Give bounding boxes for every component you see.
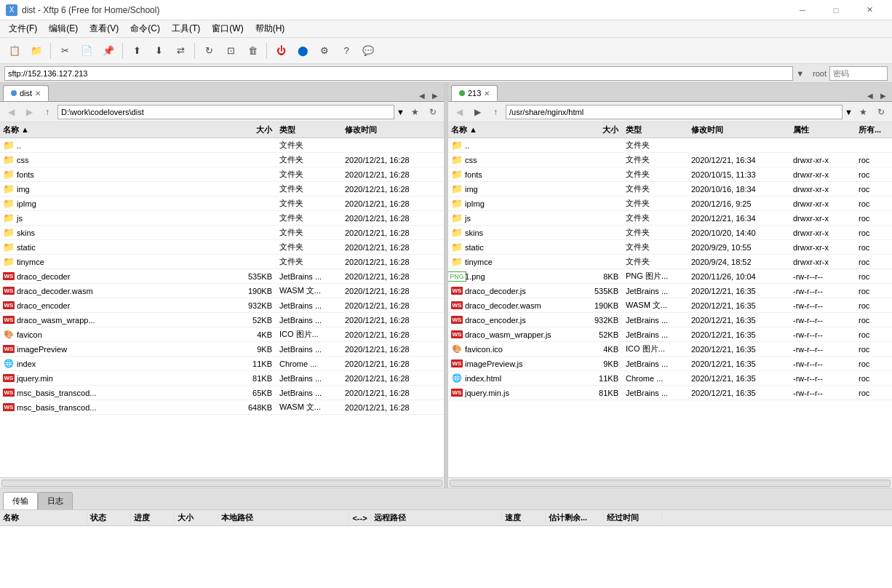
left-file-row[interactable]: WS draco_decoder 535KB JetBrains ... 202…	[0, 269, 444, 284]
left-file-row[interactable]: 📁 .. 文件夹	[0, 138, 444, 153]
left-col-size[interactable]: 大小	[226, 124, 276, 135]
help-button[interactable]: ?	[336, 41, 357, 61]
close-button[interactable]: ✕	[853, 0, 886, 20]
left-col-name[interactable]: 名称 ▲	[0, 124, 226, 135]
left-address-input[interactable]	[57, 105, 394, 119]
right-col-name[interactable]: 名称 ▲	[448, 124, 572, 135]
right-file-row[interactable]: WS imagePreview.js 9KB JetBrains ... 202…	[448, 357, 892, 371]
menu-command[interactable]: 命令(C)	[124, 21, 166, 36]
log-tab[interactable]: 日志	[38, 492, 73, 509]
right-file-row[interactable]: 📁 img 文件夹 2020/10/16, 18:34 drwxr-xr-x r…	[448, 182, 892, 196]
menu-tools[interactable]: 工具(T)	[166, 21, 206, 36]
transfer-tab[interactable]: 传输	[3, 492, 38, 509]
right-col-attr[interactable]: 属性	[790, 124, 856, 135]
left-file-row[interactable]: 🌐 index 11KB Chrome ... 2020/12/21, 16:2…	[0, 357, 444, 371]
right-file-row[interactable]: PNG 1.png 8KB PNG 图片... 2020/11/26, 10:0…	[448, 269, 892, 284]
right-bookmark-button[interactable]: ★	[855, 104, 871, 120]
left-tab-next[interactable]: ▶	[429, 90, 441, 101]
right-col-size[interactable]: 大小	[572, 124, 623, 135]
right-file-row[interactable]: WS draco_encoder.js 932KB JetBrains ... …	[448, 313, 892, 327]
right-file-row[interactable]: 📁 ipImg 文件夹 2020/12/16, 9:25 drwxr-xr-x …	[448, 196, 892, 211]
left-refresh-button[interactable]: ↻	[425, 104, 441, 120]
menu-window[interactable]: 窗口(W)	[206, 21, 249, 36]
stop-button[interactable]: ⊡	[220, 41, 241, 61]
right-file-row[interactable]: 📁 .. 文件夹	[448, 138, 892, 153]
left-file-row[interactable]: WS msc_basis_transcod... 648KB WASM 文...…	[0, 400, 444, 415]
settings-button[interactable]: ⚙	[314, 41, 335, 61]
left-forward-button[interactable]: ▶	[21, 104, 37, 120]
menu-view[interactable]: 查看(V)	[84, 21, 124, 36]
address-input[interactable]	[4, 66, 793, 81]
right-tab-prev[interactable]: ◀	[864, 90, 876, 101]
left-file-list[interactable]: 📁 .. 文件夹 📁 css 文件夹 2020/12/21, 16:28 📁 f…	[0, 138, 444, 477]
upload-button[interactable]: ⬆	[127, 41, 147, 61]
right-file-list[interactable]: 📁 .. 文件夹 📁 css 文件夹 2020/12/21, 16:34 drw…	[448, 138, 892, 477]
right-file-row[interactable]: 📁 skins 文件夹 2020/10/20, 14:40 drwxr-xr-x…	[448, 226, 892, 240]
right-col-owner[interactable]: 所有...	[856, 124, 892, 135]
left-tab-close[interactable]: ✕	[35, 90, 41, 98]
left-tab-dist[interactable]: dist ✕	[3, 85, 49, 101]
right-file-row[interactable]: 🎨 favicon.ico 4KB ICO 图片... 2020/12/21, …	[448, 342, 892, 357]
menu-edit[interactable]: 编辑(E)	[43, 21, 84, 36]
left-file-row[interactable]: WS draco_encoder 932KB JetBrains ... 202…	[0, 298, 444, 313]
right-tab-close[interactable]: ✕	[484, 90, 490, 98]
left-file-row[interactable]: 📁 js 文件夹 2020/12/21, 16:28	[0, 211, 444, 226]
delete-button[interactable]: 🗑	[242, 41, 263, 61]
right-hscrollbar[interactable]	[450, 480, 891, 487]
left-file-row[interactable]: WS draco_wasm_wrapp... 52KB JetBrains ..…	[0, 313, 444, 327]
left-file-row[interactable]: 📁 skins 文件夹 2020/12/21, 16:28	[0, 226, 444, 240]
reload-button[interactable]: ↻	[199, 41, 219, 61]
right-address-input[interactable]	[506, 105, 843, 119]
right-tab-next[interactable]: ▶	[877, 90, 889, 101]
right-forward-button[interactable]: ▶	[469, 104, 485, 120]
menu-file[interactable]: 文件(F)	[3, 21, 43, 36]
paste-button[interactable]: 📌	[98, 41, 119, 61]
copy-button[interactable]: 📄	[76, 41, 97, 61]
transfer-button[interactable]: ⇄	[170, 41, 191, 61]
disconnect-button[interactable]: ⏻	[271, 41, 291, 61]
right-file-row[interactable]: WS draco_wasm_wrapper.js 52KB JetBrains …	[448, 327, 892, 342]
left-file-row[interactable]: WS msc_basis_transcod... 65KB JetBrains …	[0, 386, 444, 400]
left-file-row[interactable]: 📁 ipImg 文件夹 2020/12/21, 16:28	[0, 196, 444, 211]
menu-help[interactable]: 帮助(H)	[250, 21, 291, 36]
right-file-row[interactable]: WS jquery.min.js 81KB JetBrains ... 2020…	[448, 386, 892, 400]
right-refresh-button[interactable]: ↻	[873, 104, 889, 120]
comment-button[interactable]: 💬	[358, 41, 378, 61]
left-file-row[interactable]: 📁 tinymce 文件夹 2020/12/21, 16:28	[0, 255, 444, 269]
right-file-row[interactable]: 📁 tinymce 文件夹 2020/9/24, 18:52 drwxr-xr-…	[448, 255, 892, 269]
window-controls[interactable]: ─ □ ✕	[786, 0, 886, 20]
left-hscrollbar[interactable]	[1, 480, 442, 487]
right-file-row[interactable]: WS draco_decoder.wasm 190KB WASM 文... 20…	[448, 298, 892, 313]
right-col-mtime[interactable]: 修改时间	[688, 124, 790, 135]
right-back-button[interactable]: ◀	[451, 104, 467, 120]
open-button[interactable]: 📁	[26, 41, 47, 61]
right-file-row[interactable]: 📁 fonts 文件夹 2020/10/15, 11:33 drwxr-xr-x…	[448, 167, 892, 182]
right-file-row[interactable]: 🌐 index.html 11KB Chrome ... 2020/12/21,…	[448, 371, 892, 386]
right-file-row[interactable]: 📁 css 文件夹 2020/12/21, 16:34 drwxr-xr-x r…	[448, 153, 892, 167]
password-input[interactable]	[829, 66, 888, 81]
left-file-row[interactable]: 📁 css 文件夹 2020/12/21, 16:28	[0, 153, 444, 167]
new-session-button[interactable]: 📋	[4, 41, 25, 61]
maximize-button[interactable]: □	[819, 0, 853, 20]
left-up-button[interactable]: ↑	[39, 104, 55, 120]
left-file-row[interactable]: WS jquery.min 81KB JetBrains ... 2020/12…	[0, 371, 444, 386]
left-file-row[interactable]: WS imagePreview 9KB JetBrains ... 2020/1…	[0, 342, 444, 357]
right-up-button[interactable]: ↑	[487, 104, 503, 120]
connect-button[interactable]: ⬤	[292, 41, 313, 61]
right-tab-213[interactable]: 213 ✕	[451, 85, 498, 101]
right-file-row[interactable]: 📁 js 文件夹 2020/12/21, 16:34 drwxr-xr-x ro…	[448, 211, 892, 226]
cut-button[interactable]: ✂	[55, 41, 75, 61]
right-file-row[interactable]: 📁 static 文件夹 2020/9/29, 10:55 drwxr-xr-x…	[448, 240, 892, 255]
left-back-button[interactable]: ◀	[3, 104, 19, 120]
left-col-type[interactable]: 类型	[276, 124, 342, 135]
left-file-row[interactable]: 📁 img 文件夹 2020/12/21, 16:28	[0, 182, 444, 196]
left-file-row[interactable]: 🎨 favicon 4KB ICO 图片... 2020/12/21, 16:2…	[0, 327, 444, 342]
download-button[interactable]: ⬇	[148, 41, 169, 61]
right-col-type[interactable]: 类型	[623, 124, 688, 135]
left-file-row[interactable]: WS draco_decoder.wasm 190KB WASM 文... 20…	[0, 284, 444, 298]
left-bookmark-button[interactable]: ★	[407, 104, 423, 120]
left-file-row[interactable]: 📁 static 文件夹 2020/12/21, 16:28	[0, 240, 444, 255]
left-tab-prev[interactable]: ◀	[416, 90, 428, 101]
right-file-row[interactable]: WS draco_decoder.js 535KB JetBrains ... …	[448, 284, 892, 298]
left-col-mtime[interactable]: 修改时间	[342, 124, 444, 135]
